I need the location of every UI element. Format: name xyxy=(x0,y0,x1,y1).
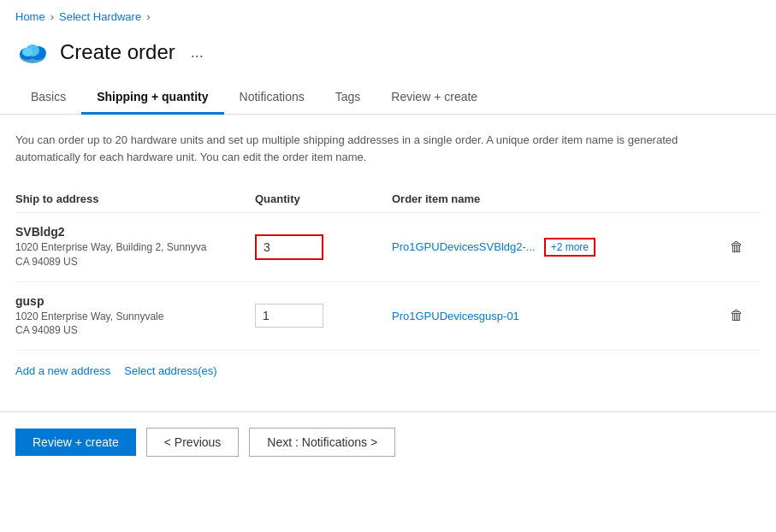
table-header: Ship to address Quantity Order item name xyxy=(15,186,761,213)
tab-notifications[interactable]: Notifications xyxy=(224,81,320,115)
breadcrumb: Home › Select Hardware › xyxy=(0,0,776,30)
tab-basics[interactable]: Basics xyxy=(15,81,81,115)
breadcrumb-select-hardware[interactable]: Select Hardware xyxy=(59,10,141,23)
order-item-link-2[interactable]: Pro1GPUDevicesgusp-01 xyxy=(392,310,519,322)
delete-button-1[interactable]: 🗑 xyxy=(726,236,747,258)
tab-tags[interactable]: Tags xyxy=(320,81,376,115)
col-qty-header: Quantity xyxy=(255,192,392,205)
address-detail-2a: 1020 Enterprise Way, Sunnyvale xyxy=(15,310,255,324)
address-2: gusp 1020 Enterprise Way, Sunnyvale CA 9… xyxy=(15,294,255,339)
col-order-header: Order item name xyxy=(392,192,726,205)
qty-input-2[interactable] xyxy=(255,304,323,328)
delete-button-2[interactable]: 🗑 xyxy=(726,304,747,327)
page-header: Create order ... xyxy=(0,30,776,81)
address-detail-1a: 1020 Enterprise Way, Building 2, Sunnyva xyxy=(15,240,255,255)
trash-icon-1: 🗑 xyxy=(730,239,743,255)
delete-cell-2: 🗑 xyxy=(726,304,761,327)
address-name-2: gusp xyxy=(15,294,255,308)
qty-cell-1 xyxy=(255,234,392,260)
page-menu-icon[interactable]: ... xyxy=(191,44,204,62)
cloud-icon xyxy=(15,35,50,69)
page-title: Create order xyxy=(60,40,175,64)
table-row: SVBldg2 1020 Enterprise Way, Building 2,… xyxy=(15,213,761,282)
order-item-cell-2: Pro1GPUDevicesgusp-01 xyxy=(392,309,726,322)
address-detail-1b: CA 94089 US xyxy=(15,255,255,269)
add-new-address-button[interactable]: Add a new address xyxy=(15,364,110,377)
address-actions: Add a new address Select address(es) xyxy=(15,364,761,377)
address-detail-2b: CA 94089 US xyxy=(15,323,255,338)
select-addresses-button[interactable]: Select address(es) xyxy=(124,364,216,377)
tab-review-create[interactable]: Review + create xyxy=(376,81,493,115)
col-ship-header: Ship to address xyxy=(15,192,255,205)
tab-shipping[interactable]: Shipping + quantity xyxy=(81,81,223,115)
address-1: SVBldg2 1020 Enterprise Way, Building 2,… xyxy=(15,225,255,269)
main-content: You can order up to 20 hardware units an… xyxy=(0,115,776,394)
description-text: You can order up to 20 hardware units an… xyxy=(15,132,717,165)
order-item-link-1[interactable]: Pro1GPUDevicesSVBldg2-... xyxy=(392,240,536,253)
previous-button[interactable]: < Previous xyxy=(146,428,240,457)
more-badge-1[interactable]: +2 more xyxy=(544,238,595,257)
review-create-button[interactable]: Review + create xyxy=(15,429,136,456)
footer: Review + create < Previous Next : Notifi… xyxy=(0,411,776,472)
qty-input-1[interactable] xyxy=(255,234,323,260)
breadcrumb-home[interactable]: Home xyxy=(15,10,45,23)
tab-bar: Basics Shipping + quantity Notifications… xyxy=(0,81,776,115)
svg-point-4 xyxy=(22,48,33,56)
qty-cell-2 xyxy=(255,304,392,328)
delete-cell-1: 🗑 xyxy=(726,236,761,258)
order-item-cell-1: Pro1GPUDevicesSVBldg2-... +2 more xyxy=(392,238,726,257)
table-row: gusp 1020 Enterprise Way, Sunnyvale CA 9… xyxy=(15,282,761,352)
trash-icon-2: 🗑 xyxy=(730,308,743,323)
next-notifications-button[interactable]: Next : Notifications > xyxy=(249,428,395,457)
address-name-1: SVBldg2 xyxy=(15,225,255,239)
